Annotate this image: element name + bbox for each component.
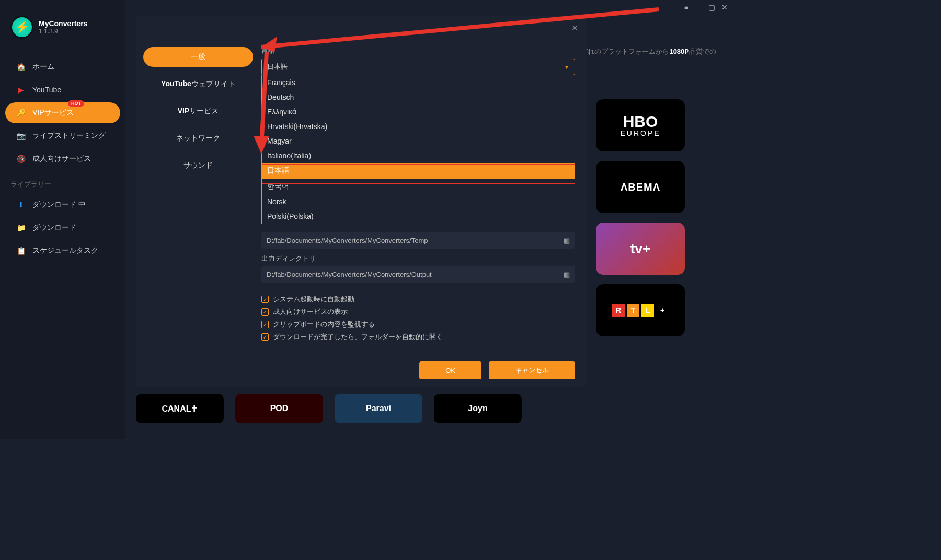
- library-item-1[interactable]: 📁ダウンロード: [5, 217, 120, 238]
- checkbox-option-3[interactable]: ✓ダウンロードが完了したら、フォルダーを自動的に開く: [261, 331, 575, 343]
- sidebar-item-0[interactable]: 🏠ホーム: [5, 56, 120, 77]
- settings-tab-1[interactable]: YouTubeウェブサイト: [143, 74, 253, 94]
- sidebar-item-2[interactable]: 🔑VIPサービスHOT: [5, 102, 120, 123]
- modal-close-icon[interactable]: ✕: [571, 23, 578, 33]
- settings-modal: ✕ 一般YouTubeウェブサイトVIPサービスネットワークサウンド 言語 日本…: [136, 16, 586, 387]
- output-dir-label: 出力ディレクトリ: [261, 254, 575, 263]
- tile-abema[interactable]: ΛBEMΛ: [596, 161, 685, 213]
- sidebar-item-3[interactable]: 📷ライブストリーミング: [5, 125, 120, 146]
- nav-icon: 📋: [16, 246, 26, 256]
- sidebar-item-1[interactable]: ▶YouTube: [5, 79, 120, 100]
- checkbox-icon: ✓: [261, 296, 269, 303]
- lang-option[interactable]: 한국어: [262, 179, 575, 194]
- settings-tab-0[interactable]: 一般: [143, 47, 253, 67]
- nav-icon: ⬇: [16, 200, 26, 210]
- nav-icon: 🔞: [16, 154, 26, 164]
- checkbox-icon: ✓: [261, 308, 269, 316]
- folder-icon[interactable]: ▥: [564, 237, 570, 244]
- nav-icon: 📁: [16, 223, 26, 233]
- library-label: ライブラリー: [0, 171, 125, 192]
- language-dropdown: FrançaisDeutschΕλληνικάHrvatski(Hrvatska…: [261, 75, 575, 224]
- hot-badge: HOT: [68, 100, 84, 107]
- service-tile[interactable]: Paravi: [335, 394, 422, 423]
- lang-option[interactable]: Ελληνικά: [262, 104, 575, 119]
- app-name: MyConverters: [39, 19, 87, 28]
- tile-hbo-europe[interactable]: HBO EUROPE: [596, 99, 685, 151]
- lang-option[interactable]: Hrvatski(Hrvatska): [262, 119, 575, 134]
- tile-rtl-plus[interactable]: RTL+: [596, 284, 685, 336]
- service-tile[interactable]: CANAL✝: [136, 394, 224, 423]
- lang-option[interactable]: Norsk: [262, 194, 575, 209]
- checkbox-option-1[interactable]: ✓成人向けサービスの表示: [261, 306, 575, 318]
- library-item-2[interactable]: 📋スケジュールタスク: [5, 240, 120, 261]
- chevron-down-icon: ▼: [564, 64, 569, 70]
- settings-tab-2[interactable]: VIPサービス: [143, 101, 253, 121]
- output-dir-input[interactable]: D:/fab/Documents/MyConverters/MyConverte…: [261, 266, 575, 283]
- lightning-icon: ⚡: [10, 16, 33, 39]
- language-label: 言語: [261, 46, 575, 55]
- settings-tab-4[interactable]: サウンド: [143, 156, 253, 176]
- lang-option[interactable]: Magyar: [262, 134, 575, 148]
- nav-icon: 📷: [16, 131, 26, 141]
- checkbox-icon: ✓: [261, 333, 269, 341]
- library-item-0[interactable]: ⬇ダウンロード 中: [5, 194, 120, 215]
- nav-icon: 🔑: [16, 108, 26, 118]
- checkbox-icon: ✓: [261, 321, 269, 328]
- app-logo: ⚡ MyConverters 1.1.3.9: [0, 16, 125, 54]
- lang-option[interactable]: Deutsch: [262, 90, 575, 104]
- checkbox-option-2[interactable]: ✓クリップボードの内容を監視する: [261, 318, 575, 331]
- ok-button[interactable]: OK: [419, 361, 481, 379]
- nav-icon: ▶: [16, 85, 26, 95]
- lang-option[interactable]: Polski(Polska): [262, 209, 575, 224]
- folder-icon[interactable]: ▥: [564, 271, 570, 278]
- lang-option[interactable]: Français: [262, 75, 575, 90]
- service-tile[interactable]: Joyn: [434, 394, 522, 423]
- temp-dir-input[interactable]: D:/fab/Documents/MyConverters/MyConverte…: [261, 232, 575, 249]
- service-tile[interactable]: POD: [235, 394, 323, 423]
- settings-tab-3[interactable]: ネットワーク: [143, 129, 253, 148]
- tile-appletv[interactable]: tv+: [596, 223, 685, 275]
- nav-icon: 🏠: [16, 62, 26, 72]
- lang-option[interactable]: 日本語: [262, 163, 575, 179]
- language-select[interactable]: 日本語 ▼: [261, 59, 575, 75]
- app-version: 1.1.3.9: [39, 28, 87, 35]
- checkbox-option-0[interactable]: ✓システム起動時に自動起動: [261, 293, 575, 306]
- cancel-button[interactable]: キャンセル: [489, 361, 575, 379]
- sidebar-item-4[interactable]: 🔞成人向けサービス: [5, 148, 120, 169]
- lang-option[interactable]: Italiano(Italia): [262, 148, 575, 163]
- bg-description: ぞれのプラットフォームから1080P品質での: [581, 47, 716, 56]
